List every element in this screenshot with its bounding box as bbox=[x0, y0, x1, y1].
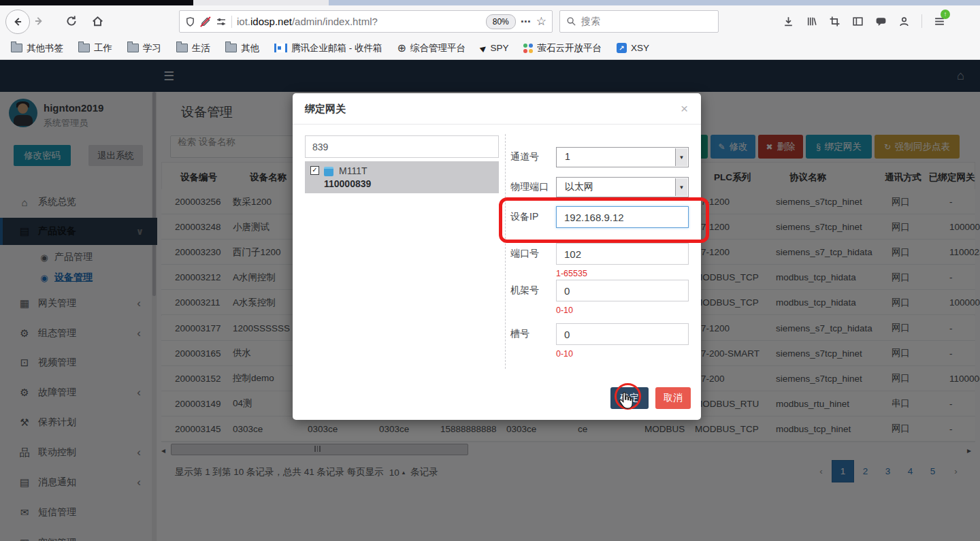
search-icon bbox=[566, 16, 576, 27]
folder-icon bbox=[78, 44, 90, 52]
bind-gateway-modal: 绑定网关 × ✓ M111T 110000839 通道号1▼物理端口以太网▼设备… bbox=[293, 93, 701, 420]
annotation-highlight-rect bbox=[499, 197, 709, 243]
bookmarks-bar: 其他书签工作学习生活其他腾讯企业邮箱 - 收件箱⊕综合管理平台▶SPY萤石云开放… bbox=[0, 37, 980, 60]
select-value: 以太网 bbox=[565, 181, 593, 193]
field-hint: 1-65535 bbox=[556, 269, 587, 278]
modal-title: 绑定网关 bbox=[305, 103, 346, 116]
active-tab-strip[interactable] bbox=[0, 0, 193, 5]
forward-arrow-icon bbox=[33, 15, 45, 27]
bookmark-label: 其他 bbox=[241, 42, 259, 54]
modal-divider bbox=[505, 134, 506, 369]
update-badge-icon: ↑ bbox=[941, 10, 950, 19]
reload-icon bbox=[65, 15, 78, 27]
download-button[interactable] bbox=[783, 16, 794, 27]
globe-icon: ⊕ bbox=[397, 43, 406, 54]
field-hint: 0-10 bbox=[556, 306, 573, 315]
field-input-机架号[interactable] bbox=[556, 280, 689, 301]
bookmark-label: 萤石云开放平台 bbox=[537, 42, 602, 54]
bookmark-item[interactable]: 生活 bbox=[176, 42, 210, 54]
modal-header bbox=[293, 93, 701, 125]
gateway-checkbox[interactable]: ✓ bbox=[310, 166, 319, 175]
ys7-icon bbox=[523, 44, 533, 53]
tencent-mail-icon bbox=[274, 44, 287, 52]
browser-search-bar[interactable]: 搜索 bbox=[559, 10, 719, 33]
reload-button[interactable] bbox=[65, 15, 78, 27]
field-select-物理端口[interactable]: 以太网▼ bbox=[556, 177, 689, 197]
shield-icon bbox=[185, 16, 195, 27]
dropdown-arrow-icon[interactable]: ▼ bbox=[675, 178, 687, 196]
screen: { "browser": { "url": {"prefix": "iot.",… bbox=[0, 0, 980, 541]
gateway-list-item[interactable]: ✓ M111T 110000839 bbox=[305, 161, 499, 193]
page-viewport: ☰ ⌂ hignton2019 系统管理员 修改密码 退出系统 系统总览产品设备… bbox=[0, 60, 980, 541]
bookmark-star-icon[interactable]: ☆ bbox=[536, 14, 546, 29]
url-text[interactable]: iot.idosp.net/admin/index.html? bbox=[237, 16, 481, 27]
bookmark-label: SPY bbox=[490, 43, 508, 53]
bookmark-item[interactable]: ↗XSY bbox=[617, 43, 649, 53]
bookmark-item[interactable]: 萤石云开放平台 bbox=[523, 42, 602, 54]
home-icon bbox=[91, 15, 104, 27]
field-select-通道号[interactable]: 1▼ bbox=[556, 147, 689, 167]
gateway-device-icon bbox=[324, 167, 333, 176]
sidebar-toggle-button[interactable] bbox=[852, 16, 864, 27]
pen-disabled-icon[interactable] bbox=[200, 16, 211, 27]
bookmark-item[interactable]: 其他书签 bbox=[11, 42, 63, 54]
inactive-tab-strip[interactable] bbox=[193, 0, 329, 5]
bookmark-label: XSY bbox=[631, 43, 649, 53]
menu-button[interactable]: ↑ bbox=[934, 16, 945, 27]
home-button[interactable] bbox=[91, 15, 104, 27]
gateway-id: 110000839 bbox=[324, 178, 371, 189]
permissions-icon[interactable] bbox=[216, 16, 227, 27]
library-button[interactable] bbox=[806, 16, 817, 27]
bookmark-item[interactable]: 学习 bbox=[127, 42, 161, 54]
field-label-物理端口: 物理端口 bbox=[510, 181, 549, 193]
forward-button[interactable] bbox=[33, 16, 45, 27]
bookmark-item[interactable]: 工作 bbox=[78, 42, 112, 54]
bookmark-label: 综合管理平台 bbox=[410, 42, 466, 54]
toolbar-icons: ↑ bbox=[783, 13, 957, 29]
folder-icon bbox=[225, 44, 237, 52]
url-bar[interactable]: iot.idosp.net/admin/index.html? 80% ⋯ ☆ bbox=[179, 10, 553, 33]
field-input-槽号[interactable] bbox=[556, 323, 689, 345]
select-value: 1 bbox=[565, 151, 570, 162]
account-button[interactable] bbox=[898, 16, 910, 27]
mouse-cursor bbox=[617, 392, 634, 411]
bookmark-item[interactable]: ⊕综合管理平台 bbox=[397, 42, 466, 54]
field-label-端口号: 端口号 bbox=[510, 248, 539, 260]
gateway-search-input[interactable] bbox=[305, 135, 499, 158]
field-label-槽号: 槽号 bbox=[510, 328, 529, 340]
bookmark-item[interactable]: 腾讯企业邮箱 - 收件箱 bbox=[274, 42, 382, 54]
field-label-通道号: 通道号 bbox=[510, 151, 539, 163]
toolbar-separator bbox=[921, 14, 922, 28]
folder-icon bbox=[11, 44, 22, 52]
folder-icon bbox=[176, 44, 188, 52]
folder-icon bbox=[127, 44, 139, 52]
page-actions-icon[interactable]: ⋯ bbox=[521, 16, 532, 28]
screenshot-button[interactable] bbox=[829, 16, 840, 27]
bookmark-label: 腾讯企业邮箱 - 收件箱 bbox=[291, 42, 382, 54]
gateway-name: M111T bbox=[339, 165, 368, 176]
back-button[interactable] bbox=[5, 10, 30, 34]
modal-close-icon[interactable]: × bbox=[681, 101, 688, 116]
bookmark-label: 其他书签 bbox=[27, 42, 63, 54]
back-arrow-icon bbox=[12, 16, 24, 28]
dropdown-arrow-icon[interactable]: ▼ bbox=[675, 148, 687, 166]
spy-icon: ▶ bbox=[478, 44, 488, 53]
field-label-机架号: 机架号 bbox=[510, 284, 539, 297]
pocket-chat-button[interactable] bbox=[875, 16, 887, 27]
field-hint: 0-10 bbox=[556, 349, 573, 359]
bookmark-label: 生活 bbox=[192, 42, 210, 54]
xsy-icon: ↗ bbox=[617, 43, 627, 53]
urlbar-separator bbox=[231, 16, 232, 28]
field-input-端口号[interactable] bbox=[556, 243, 689, 265]
bookmark-label: 工作 bbox=[94, 42, 112, 54]
bookmark-item[interactable]: ▶SPY bbox=[480, 43, 508, 53]
bookmark-label: 学习 bbox=[143, 42, 161, 54]
bookmark-item[interactable]: 其他 bbox=[225, 42, 259, 54]
search-placeholder: 搜索 bbox=[581, 16, 600, 28]
window-tab-strip bbox=[0, 0, 980, 5]
cancel-button[interactable]: 取消 bbox=[655, 387, 691, 409]
zoom-level-badge[interactable]: 80% bbox=[486, 14, 516, 29]
